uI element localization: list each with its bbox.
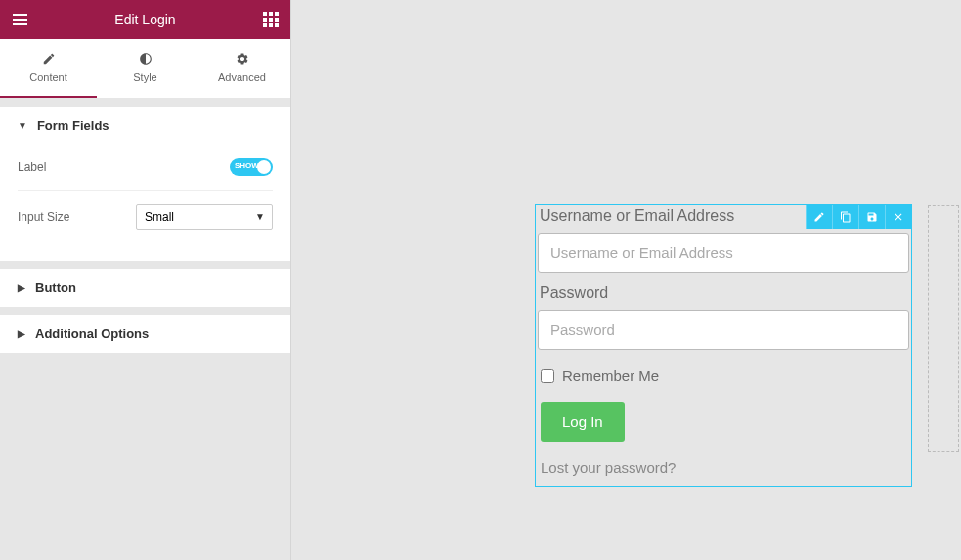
login-form: Username or Email Address Password Remem…: [536, 205, 911, 486]
password-input[interactable]: [538, 310, 909, 350]
password-label: Password: [536, 280, 911, 310]
empty-column-placeholder[interactable]: [928, 205, 959, 452]
tab-style[interactable]: Style: [97, 39, 194, 98]
widget-duplicate-button[interactable]: [832, 205, 858, 229]
login-widget[interactable]: Username or Email Address Password Remem…: [535, 204, 912, 487]
tab-content-label: Content: [29, 71, 67, 83]
username-input[interactable]: [538, 233, 909, 273]
section-additional-options: ▶ Additional Options: [0, 315, 290, 353]
panel-title: Edit Login: [114, 12, 175, 27]
input-size-select[interactable]: Small: [136, 204, 273, 230]
close-icon: [893, 211, 904, 223]
remember-checkbox[interactable]: [541, 369, 554, 383]
lost-password-link[interactable]: Lost your password?: [536, 450, 911, 486]
tab-content[interactable]: Content: [0, 39, 97, 98]
section-button: ▶ Button: [0, 269, 290, 307]
tabs: Content Style Advanced: [0, 39, 290, 99]
widget-save-button[interactable]: [858, 205, 885, 229]
login-button[interactable]: Log In: [541, 402, 625, 442]
sidebar: Edit Login Content Style Advanced ▼ Form…: [0, 0, 291, 560]
tab-style-label: Style: [133, 71, 156, 83]
section-form-fields: ▼ Form Fields Label SHOW Input Size Smal…: [0, 107, 290, 261]
panel-header: Edit Login: [0, 0, 290, 39]
remember-checkbox-row[interactable]: Remember Me: [536, 358, 911, 394]
menu-button[interactable]: [0, 0, 39, 39]
canvas: Username or Email Address Password Remem…: [291, 0, 961, 560]
tab-advanced-label: Advanced: [218, 71, 266, 83]
section-form-fields-title: Form Fields: [37, 118, 109, 133]
widget-edit-button[interactable]: [806, 205, 832, 229]
section-additional-options-title: Additional Options: [35, 326, 149, 341]
widget-delete-button[interactable]: [885, 205, 911, 229]
gear-icon: [236, 52, 249, 65]
control-label: Label SHOW: [18, 145, 273, 191]
section-form-fields-header[interactable]: ▼ Form Fields: [0, 107, 290, 145]
section-button-title: Button: [35, 280, 76, 295]
caret-down-icon: ▼: [18, 120, 27, 131]
control-input-size-name: Input Size: [18, 210, 69, 224]
widget-toolbar: [806, 205, 911, 229]
tab-advanced[interactable]: Advanced: [194, 39, 290, 98]
apps-button[interactable]: [251, 0, 290, 39]
label-toggle[interactable]: SHOW: [230, 158, 273, 176]
contrast-icon: [139, 52, 153, 65]
caret-right-icon: ▶: [18, 328, 25, 339]
hamburger-icon: [13, 14, 27, 25]
section-form-fields-body: Label SHOW Input Size Small ▼: [0, 145, 290, 261]
duplicate-icon: [840, 211, 852, 223]
input-size-select-wrap: Small ▼: [136, 204, 273, 230]
control-input-size: Input Size Small ▼: [18, 191, 273, 243]
remember-label: Remember Me: [562, 367, 659, 384]
pencil-icon: [42, 52, 56, 65]
save-icon: [866, 211, 878, 223]
section-button-header[interactable]: ▶ Button: [0, 269, 290, 307]
pencil-icon: [813, 211, 825, 223]
grid-icon: [263, 12, 279, 27]
caret-right-icon: ▶: [18, 282, 25, 293]
toggle-text: SHOW: [235, 161, 259, 170]
section-additional-options-header[interactable]: ▶ Additional Options: [0, 315, 290, 353]
control-label-name: Label: [18, 160, 46, 174]
toggle-knob: [257, 160, 271, 174]
